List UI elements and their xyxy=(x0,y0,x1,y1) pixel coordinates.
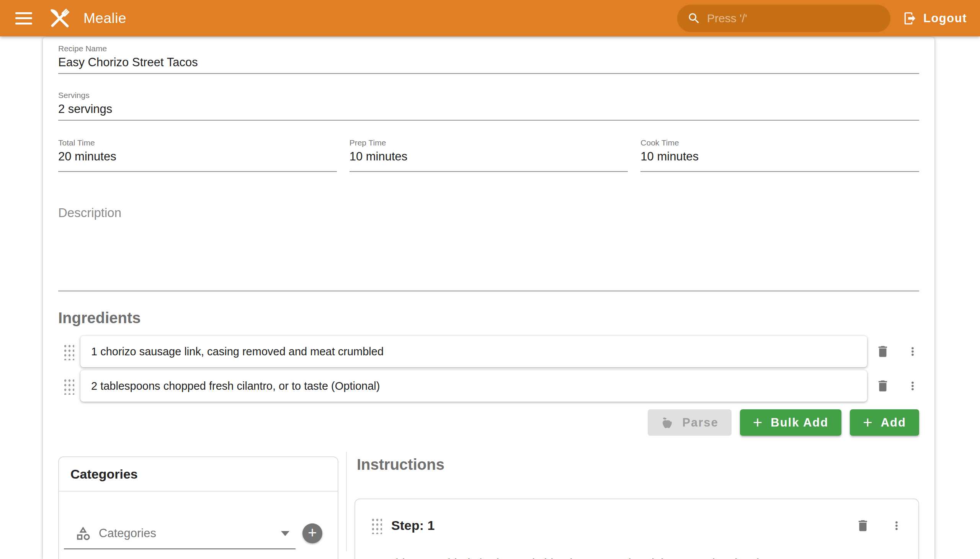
bulk-add-button[interactable]: + Bulk Add xyxy=(740,409,841,436)
ingredients-heading: Ingredients xyxy=(58,309,919,327)
delete-step-button[interactable] xyxy=(856,518,870,533)
divider xyxy=(59,491,338,491)
search-input[interactable] xyxy=(707,12,881,25)
trash-icon xyxy=(876,344,890,359)
prep-time-field: Prep Time xyxy=(350,138,628,172)
dots-vertical-icon xyxy=(906,345,919,358)
step-text[interactable]: Combine crumbled chorizo and chipotle pe… xyxy=(355,556,918,559)
drag-handle-icon[interactable] xyxy=(370,517,382,534)
organizer-column: Categories + xyxy=(58,452,345,551)
servings-field: Servings xyxy=(58,91,919,121)
ingredient-input[interactable] xyxy=(91,380,856,392)
add-label: Add xyxy=(881,416,906,430)
servings-input[interactable] xyxy=(58,100,919,121)
delete-ingredient-button[interactable] xyxy=(876,379,890,393)
total-time-input[interactable] xyxy=(58,147,337,172)
delete-ingredient-button[interactable] xyxy=(876,344,890,359)
search-icon xyxy=(687,12,701,25)
recipe-name-input[interactable] xyxy=(58,53,919,74)
categories-select: + xyxy=(59,523,338,544)
logout-icon xyxy=(903,11,917,26)
total-time-label: Total Time xyxy=(58,138,337,147)
cook-time-label: Cook Time xyxy=(640,138,919,147)
ingredient-row xyxy=(58,370,919,402)
app-title: Mealie xyxy=(83,10,126,26)
add-button[interactable]: + Add xyxy=(850,409,919,436)
bottom-section: Categories + Instructions Ste xyxy=(58,452,919,551)
drag-handle-icon[interactable] xyxy=(63,343,74,360)
menu-icon[interactable] xyxy=(15,12,32,25)
total-time-field: Total Time xyxy=(58,138,337,172)
trash-icon xyxy=(876,379,890,393)
categories-card: Categories + xyxy=(58,456,339,559)
categories-select-input[interactable] xyxy=(99,526,281,540)
shapes-icon xyxy=(75,525,91,541)
servings-label: Servings xyxy=(58,91,919,100)
trash-icon xyxy=(856,518,870,533)
select-underline xyxy=(64,548,296,549)
ingredient-row xyxy=(58,336,919,367)
instructions-column: Instructions Step: 1 xyxy=(354,452,919,551)
logout-label: Logout xyxy=(923,12,967,25)
parse-button[interactable]: Parse xyxy=(648,409,731,436)
drag-handle-icon[interactable] xyxy=(63,377,74,395)
prep-time-label: Prep Time xyxy=(350,138,628,147)
vertical-divider xyxy=(346,452,347,551)
ingredient-menu-button[interactable] xyxy=(906,345,919,358)
ingredient-card xyxy=(80,336,867,367)
ingredient-input[interactable] xyxy=(91,346,856,358)
apple-icon xyxy=(661,416,674,429)
bulk-add-label: Bulk Add xyxy=(770,416,828,430)
dots-vertical-icon xyxy=(890,519,903,532)
plus-icon: + xyxy=(753,415,764,431)
step-title: Step: 1 xyxy=(391,518,435,533)
add-category-button[interactable]: + xyxy=(302,523,322,543)
step-menu-button[interactable] xyxy=(890,519,903,532)
mealie-logo-icon[interactable] xyxy=(46,5,73,32)
plus-icon: + xyxy=(308,525,317,540)
search-box[interactable] xyxy=(677,5,891,32)
recipe-editor-card: Recipe Name Servings Total Time Prep Tim… xyxy=(43,37,934,559)
cook-time-input[interactable] xyxy=(640,147,919,172)
recipe-name-label: Recipe Name xyxy=(58,44,919,53)
parse-label: Parse xyxy=(682,416,718,430)
cook-time-field: Cook Time xyxy=(640,138,919,172)
description-textarea[interactable] xyxy=(58,206,919,291)
ingredient-list xyxy=(58,336,919,402)
plus-icon: + xyxy=(863,415,873,431)
instructions-heading: Instructions xyxy=(354,456,919,473)
dots-vertical-icon xyxy=(906,379,919,392)
app-header: Mealie Logout xyxy=(0,0,980,36)
ingredient-menu-button[interactable] xyxy=(906,379,919,392)
step-card: Step: 1 Combine crumbled chorizo and chi… xyxy=(354,498,919,559)
times-row: Total Time Prep Time Cook Time xyxy=(58,138,919,172)
chevron-down-icon[interactable] xyxy=(281,531,289,536)
step-header: Step: 1 xyxy=(355,499,918,534)
recipe-name-field: Recipe Name xyxy=(58,44,919,74)
ingredient-card xyxy=(80,370,867,402)
logout-button[interactable]: Logout xyxy=(903,11,967,26)
categories-title: Categories xyxy=(59,457,338,482)
ingredient-actions: Parse + Bulk Add + Add xyxy=(58,409,919,436)
prep-time-input[interactable] xyxy=(350,147,628,172)
